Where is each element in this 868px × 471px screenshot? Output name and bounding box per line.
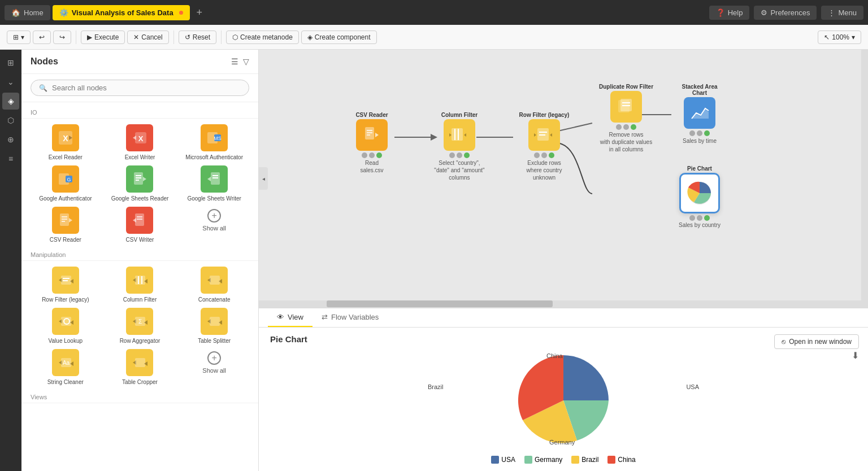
side-icon-chevron[interactable]: ⌄	[2, 73, 19, 90]
germany-label: Germany	[549, 439, 575, 446]
menu-icon: ⋮	[828, 8, 835, 17]
open-in-new-window-button[interactable]: ⎋ Open in new window	[774, 334, 859, 349]
usa-legend-dot	[491, 456, 499, 464]
canvas-h-scrollbar[interactable]	[259, 300, 861, 307]
workflow-canvas[interactable]: CSV Reader Readsales.csv Column Filter	[259, 50, 868, 307]
csv-reader-node[interactable]: CSV Reader Readsales.csv	[346, 112, 397, 174]
side-icon-grid[interactable]: ⊞	[2, 54, 19, 71]
download-button[interactable]: ⬇	[852, 350, 859, 361]
bottom-panel: 👁 View ⇄ Flow Variables Pie Chart ⎋ Open…	[259, 307, 868, 471]
ms-auth-icon: MS	[201, 124, 228, 151]
cancel-button[interactable]: ✕ Cancel	[127, 30, 168, 44]
manip-show-all-button[interactable]: + Show all	[179, 349, 249, 386]
preferences-button[interactable]: ⚙ Preferences	[754, 6, 817, 20]
string-cleaner-icon: Aa	[52, 349, 79, 376]
show-all-io-icon: +	[207, 209, 221, 223]
menu-button[interactable]: ⋮ Menu	[821, 6, 863, 20]
port	[623, 124, 629, 130]
node-google-auth[interactable]: G Google Authenticator	[31, 165, 101, 202]
bottom-content: Pie Chart ⎋ Open in new window ⬇	[259, 328, 868, 471]
node-table-splitter[interactable]: Table Splitter	[179, 308, 249, 344]
pie-chart-node-box	[679, 173, 720, 213]
node-column-filter[interactable]: Column Filter	[105, 267, 175, 303]
node-string-cleaner[interactable]: Aa String Cleaner	[31, 349, 101, 386]
node-ms-auth[interactable]: MS Microsoft Authenticator	[179, 124, 249, 161]
row-filter-node[interactable]: Row Filter (legacy) Exclude rowswhere co…	[513, 112, 575, 181]
csv-reader-node-label: Readsales.csv	[360, 159, 383, 174]
metanode-icon: ⬡	[232, 33, 238, 41]
zoom-control[interactable]: ↖ 100% ▾	[818, 30, 861, 44]
node-concatenate[interactable]: Concatenate	[179, 267, 249, 303]
dup-row-filter-title: Duplicate Row Filter	[599, 84, 653, 90]
germany-legend-dot	[524, 456, 532, 464]
help-button[interactable]: ❓ Help	[709, 6, 750, 20]
side-icon-layers[interactable]: ⬡	[2, 112, 19, 129]
separator	[76, 30, 76, 44]
undo-icon: ↩	[39, 33, 45, 41]
create-component-button[interactable]: ◈ Create component	[301, 30, 377, 44]
active-tab[interactable]: ⚙️ Visual Analysis of Sales Data	[53, 5, 190, 20]
node-row-filter[interactable]: Row Filter (legacy)	[31, 267, 101, 303]
port	[689, 215, 695, 221]
eye-icon: 👁	[277, 313, 284, 321]
add-tab-button[interactable]: +	[192, 7, 207, 19]
layout-toggle-button[interactable]: ⊞ ▾	[7, 30, 31, 44]
google-auth-label: Google Authenticator	[39, 195, 92, 202]
node-csv-reader[interactable]: CSV Reader	[31, 207, 101, 243]
row-aggregator-label: Row Aggregator	[120, 337, 160, 344]
reset-button[interactable]: ↺ Reset	[179, 30, 216, 44]
search-box: 🔍	[31, 80, 249, 96]
flow-variables-tab[interactable]: ⇄ Flow Variables	[313, 308, 388, 327]
port	[534, 152, 540, 158]
usa-legend-label: USA	[501, 456, 515, 464]
nodes-panel-title: Nodes	[31, 56, 58, 67]
csv-reader-node-title: CSV Reader	[355, 112, 388, 118]
redo-button[interactable]: ↪	[53, 30, 71, 44]
nodes-filter-icon[interactable]: ▽	[243, 57, 249, 66]
port	[697, 215, 702, 221]
node-excel-reader[interactable]: X Excel Reader	[31, 124, 101, 161]
csv-writer-label: CSV Writer	[126, 236, 154, 243]
svg-rect-21	[60, 213, 69, 226]
google-auth-icon: G	[52, 165, 79, 193]
side-icon-map[interactable]: ⊕	[2, 131, 19, 148]
node-csv-writer[interactable]: CSV Writer	[105, 207, 175, 243]
collapse-panel-button[interactable]: ◂	[259, 167, 268, 190]
table-splitter-label: Table Splitter	[198, 337, 231, 344]
row-filter-ports	[534, 152, 554, 158]
execute-button[interactable]: ▶ Execute	[81, 30, 125, 44]
node-excel-writer[interactable]: X Excel Writer	[105, 124, 175, 161]
side-icon-nodes[interactable]: ◈	[2, 93, 19, 110]
node-value-lookup[interactable]: Value Lookup	[31, 308, 101, 344]
toolbar: ⊞ ▾ ↩ ↪ ▶ Execute ✕ Cancel ↺ Reset ⬡ Cre…	[0, 25, 868, 50]
pie-chart-node[interactable]: Pie Chart Sales by country	[671, 165, 728, 228]
create-metanode-button[interactable]: ⬡ Create metanode	[226, 30, 299, 44]
component-icon: ◈	[307, 33, 313, 41]
view-tab[interactable]: 👁 View	[268, 308, 313, 327]
search-input[interactable]	[52, 84, 241, 92]
stacked-area-box	[684, 97, 715, 129]
port	[704, 130, 710, 136]
node-sheets-reader[interactable]: Google Sheets Reader	[105, 165, 175, 202]
svg-text:G: G	[67, 177, 71, 182]
node-row-aggregator[interactable]: Σ Row Aggregator	[105, 308, 175, 344]
port	[616, 124, 622, 130]
stacked-area-node[interactable]: Stacked Area Chart Sales by time	[674, 84, 725, 145]
node-sheets-writer[interactable]: Google Sheets Writer	[179, 165, 249, 202]
node-table-cropper[interactable]: Table Cropper	[105, 349, 175, 386]
layout-icon: ⊞	[13, 33, 19, 41]
sheets-reader-label: Google Sheets Reader	[111, 195, 169, 202]
io-show-all-button[interactable]: + Show all	[179, 207, 249, 243]
undo-button[interactable]: ↩	[33, 30, 51, 44]
nodes-list-icon[interactable]: ☰	[231, 57, 238, 66]
home-tab[interactable]: 🏠 Home	[5, 5, 50, 20]
workflow-icon: ⚙️	[59, 8, 68, 17]
column-filter-node[interactable]: Column Filter Select "country","date" an…	[431, 112, 488, 181]
svg-marker-79	[550, 133, 552, 137]
h-scrollbar-thumb[interactable]	[327, 300, 553, 307]
port	[697, 130, 702, 136]
canvas-scrollbar[interactable]	[861, 50, 868, 307]
column-filter-icon	[126, 267, 153, 294]
dup-row-filter-node[interactable]: Duplicate Row Filter Remove rowswith dup…	[595, 84, 657, 153]
side-icon-list[interactable]: ≡	[2, 150, 19, 167]
